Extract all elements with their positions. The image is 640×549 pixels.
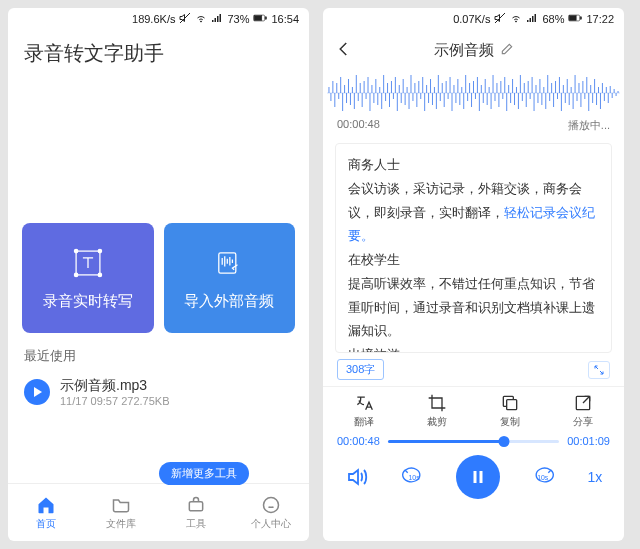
svg-rect-17 — [507, 400, 517, 410]
play-pause-button[interactable] — [456, 455, 500, 499]
svg-point-5 — [74, 249, 77, 252]
tab-tools[interactable]: 工具 — [159, 484, 234, 541]
seek-knob[interactable] — [499, 436, 510, 447]
play-icon — [24, 379, 50, 405]
svg-text:10s: 10s — [537, 474, 549, 481]
action-share[interactable]: 分享 — [573, 393, 593, 429]
wifi-icon — [195, 12, 207, 26]
share-icon — [573, 393, 593, 413]
text-frame-icon — [71, 246, 105, 280]
waveform[interactable] — [323, 70, 624, 116]
tab-home[interactable]: 首页 — [8, 484, 83, 541]
main-cards: 录音实时转写 导入外部音频 — [8, 223, 309, 333]
action-translate[interactable]: 翻译 — [354, 393, 374, 429]
svg-rect-15 — [581, 17, 582, 19]
forward-icon: 10s — [532, 465, 556, 489]
recent-label: 最近使用 — [8, 333, 309, 371]
expand-button[interactable] — [588, 361, 610, 379]
wave-position: 00:00:48 — [337, 118, 380, 133]
wordcount-row: 308字 — [323, 353, 624, 382]
app-title: 录音转文字助手 — [8, 30, 309, 73]
svg-rect-14 — [570, 16, 577, 21]
svg-point-8 — [98, 273, 101, 276]
import-audio-label: 导入外部音频 — [184, 292, 274, 311]
status-bar: 189.6K/s 73% 16:54 — [8, 8, 309, 30]
wave-state: 播放中... — [568, 118, 610, 133]
volume-button[interactable] — [345, 465, 369, 489]
pause-icon — [469, 468, 487, 486]
recent-file-name: 示例音频.mp3 — [60, 377, 169, 395]
phone-home: 189.6K/s 73% 16:54 录音转文字助手 录音实时转写 — [8, 8, 309, 541]
mute-icon — [179, 12, 191, 26]
tab-me[interactable]: 个人中心 — [234, 484, 309, 541]
progress-row: 00:00:48 00:01:09 — [323, 431, 624, 449]
home-icon — [36, 495, 56, 515]
mute-icon — [494, 12, 506, 26]
action-trim[interactable]: 裁剪 — [427, 393, 447, 429]
rewind-icon: 10s — [400, 465, 424, 489]
t-line: 在校学生 — [348, 249, 599, 273]
profile-icon — [261, 495, 281, 515]
crop-icon — [427, 393, 447, 413]
wave-meta: 00:00:48 播放中... — [323, 116, 624, 139]
svg-rect-10 — [189, 501, 202, 510]
recent-file-meta: 11/17 09:57 272.75KB — [60, 395, 169, 407]
record-live-card[interactable]: 录音实时转写 — [22, 223, 154, 333]
svg-rect-21 — [480, 471, 483, 483]
time-current: 00:00:48 — [337, 435, 380, 447]
toolbox-icon — [186, 495, 206, 515]
battery-pct: 68% — [542, 13, 564, 25]
new-tools-badge[interactable]: 新增更多工具 — [159, 462, 249, 485]
t-line: 提高听课效率，不错过任何重点知识，节省重听时间，通过录音和识别文档填补课上遗漏知… — [348, 273, 599, 344]
action-bar: 翻译 裁剪 复制 分享 — [323, 386, 624, 431]
svg-point-12 — [516, 21, 517, 22]
svg-point-7 — [74, 273, 77, 276]
svg-rect-20 — [474, 471, 477, 483]
svg-rect-3 — [266, 17, 267, 19]
import-audio-icon — [212, 246, 246, 280]
tab-files[interactable]: 文件库 — [83, 484, 158, 541]
play-bar: 10s 10s 1x — [323, 449, 624, 509]
clock: 17:22 — [586, 13, 614, 25]
t-line: 出境旅游 — [348, 344, 599, 353]
waveform-icon — [327, 73, 620, 113]
battery-pct: 73% — [227, 13, 249, 25]
recent-item[interactable]: 示例音频.mp3 11/17 09:57 272.75KB — [8, 371, 309, 413]
seek-bar[interactable] — [388, 440, 559, 443]
wifi-icon — [510, 12, 522, 26]
rewind-10s-button[interactable]: 10s — [400, 465, 424, 489]
speed-button[interactable]: 1x — [587, 469, 602, 485]
clock: 16:54 — [271, 13, 299, 25]
back-button[interactable] — [335, 40, 353, 61]
time-total: 00:01:09 — [567, 435, 610, 447]
t-line: 商务人士 — [348, 154, 599, 178]
phone-player: 0.07K/s 68% 17:22 示例音频 — [323, 8, 624, 541]
net-speed: 189.6K/s — [132, 13, 175, 25]
forward-10s-button[interactable]: 10s — [532, 465, 556, 489]
folder-icon — [111, 495, 131, 515]
record-live-label: 录音实时转写 — [43, 292, 133, 311]
t-line: 会议访谈，采访记录，外籍交谈，商务会议，即刻录音，实时翻译，轻松记录会议纪要。 — [348, 178, 599, 249]
svg-point-0 — [201, 21, 202, 22]
svg-rect-2 — [255, 16, 263, 21]
volume-icon — [345, 465, 369, 489]
svg-point-11 — [264, 497, 279, 512]
import-audio-card[interactable]: 导入外部音频 — [164, 223, 296, 333]
wordcount-pill[interactable]: 308字 — [337, 359, 384, 380]
svg-point-6 — [98, 249, 101, 252]
battery-icon — [253, 12, 267, 26]
tab-bar: 首页 文件库 工具 个人中心 — [8, 483, 309, 541]
svg-text:10s: 10s — [409, 474, 421, 481]
translate-icon — [354, 393, 374, 413]
action-copy[interactable]: 复制 — [500, 393, 520, 429]
signal-icon — [211, 12, 223, 26]
copy-icon — [500, 393, 520, 413]
edit-title-icon[interactable] — [500, 42, 514, 59]
transcript[interactable]: 商务人士 会议访谈，采访记录，外籍交谈，商务会议，即刻录音，实时翻译，轻松记录会… — [335, 143, 612, 353]
status-bar: 0.07K/s 68% 17:22 — [323, 8, 624, 30]
battery-icon — [568, 12, 582, 26]
player-header: 示例音频 — [323, 30, 624, 70]
signal-icon — [526, 12, 538, 26]
expand-icon — [593, 364, 605, 376]
player-title: 示例音频 — [434, 41, 494, 60]
